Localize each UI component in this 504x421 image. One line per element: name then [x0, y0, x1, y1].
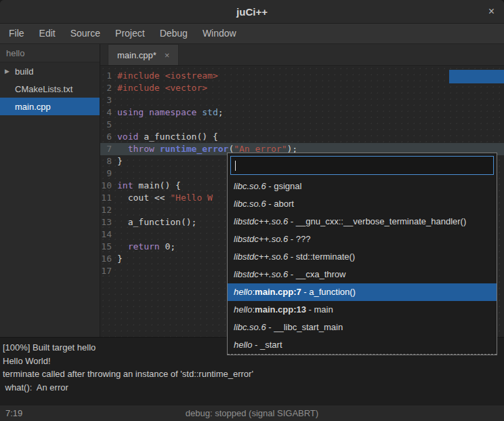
line-number[interactable]: 4 — [100, 106, 112, 119]
tab-close-icon[interactable]: × — [165, 50, 170, 60]
tree-item-label: main.cpp — [15, 102, 51, 112]
code-token: cout << — [117, 193, 170, 203]
file-tree: ▶buildCMakeLists.txtmain.cpp — [0, 62, 100, 115]
backtrace-item[interactable]: hello - _start — [228, 336, 497, 354]
tree-item-build[interactable]: ▶build — [0, 62, 100, 80]
window-close-icon[interactable]: × — [488, 6, 495, 17]
code-text: return 0; — [117, 241, 175, 253]
line-number[interactable]: 3 — [100, 94, 112, 106]
menu-item-debug[interactable]: Debug — [152, 24, 195, 43]
tree-item-cmakelists-txt[interactable]: CMakeLists.txt — [0, 80, 100, 98]
frame-location: libstdc++.so.6 — [234, 252, 288, 262]
code-token: a_function(); — [117, 217, 196, 227]
line-number[interactable]: 14 — [100, 228, 112, 241]
frame-name: - __libc_start_main — [266, 322, 343, 332]
code-token: a_function() { — [138, 132, 217, 142]
backtrace-item[interactable]: libc.so.6 - gsignal — [228, 178, 497, 195]
frame-file: main.cpp:13 — [255, 304, 306, 315]
frame-name: - __gnu_cxx::__verbose_terminate_handler… — [288, 216, 466, 226]
line-number[interactable]: 13 — [100, 216, 112, 228]
code-text: using namespace std; — [117, 106, 224, 119]
code-text: cout << "Hello W — [117, 192, 213, 204]
frame-name: - a_function() — [301, 287, 356, 297]
frame-file: main.cpp:7 — [255, 287, 301, 297]
backtrace-item[interactable]: libstdc++.so.6 - ??? — [228, 230, 497, 248]
backtrace-item[interactable]: libc.so.6 - __libc_start_main — [228, 319, 497, 336]
vertical-scrollbar-handle[interactable] — [449, 70, 504, 83]
backtrace-popup: libc.so.6 - gsignallibc.so.6 - abortlibs… — [227, 153, 497, 355]
expander-icon[interactable]: ▶ — [5, 68, 15, 75]
code-token: } — [117, 156, 123, 166]
status-bar: 7:19 debug: stopped (signal SIGABRT) — [0, 405, 504, 421]
code-token: "Hello W — [170, 193, 213, 203]
backtrace-item[interactable]: hello:main.cpp:13 - main — [228, 301, 497, 319]
code-token: main() { — [133, 180, 180, 191]
line-number[interactable]: 16 — [100, 253, 112, 265]
code-line-1[interactable]: 1#include <iostream> — [100, 70, 504, 82]
code-text: } — [117, 155, 123, 167]
code-token: runtime_error — [160, 144, 229, 154]
code-text: a_function(); — [117, 216, 196, 228]
frame-location: hello — [234, 340, 252, 350]
frame-location: hello — [234, 304, 252, 315]
code-line-4[interactable]: 4using namespace std; — [100, 106, 504, 119]
line-number[interactable]: 7 — [100, 143, 112, 155]
frame-location: libstdc++.so.6 — [234, 269, 288, 279]
menu-item-window[interactable]: Window — [195, 24, 244, 43]
code-token: } — [117, 254, 123, 264]
menu-item-project[interactable]: Project — [108, 24, 152, 43]
code-token: #include <iostream> — [117, 71, 218, 81]
code-token: #include <vector> — [117, 83, 207, 93]
backtrace-item[interactable]: hello:main.cpp:7 - a_function() — [228, 283, 497, 301]
code-line-6[interactable]: 6void a_function() { — [100, 131, 504, 143]
line-number[interactable]: 9 — [100, 167, 112, 180]
frame-name: - _start — [252, 340, 282, 350]
line-number[interactable]: 11 — [100, 192, 112, 204]
line-number[interactable]: 5 — [100, 119, 112, 131]
output-line: Hello World! — [3, 355, 501, 368]
code-line-3[interactable]: 3 — [100, 94, 504, 106]
line-number[interactable]: 10 — [100, 180, 112, 192]
tab-main-cpp[interactable]: main.cpp* × — [108, 44, 179, 65]
frame-location: libstdc++.so.6 — [234, 216, 288, 226]
backtrace-item[interactable]: libstdc++.so.6 - __cxa_throw — [228, 266, 497, 283]
line-number[interactable]: 17 — [100, 265, 112, 277]
output-line: terminate called after throwing an insta… — [3, 367, 501, 381]
line-number[interactable]: 8 — [100, 155, 112, 167]
code-text: #include <iostream> — [117, 70, 218, 82]
backtrace-item[interactable]: libstdc++.so.6 - std::terminate() — [228, 248, 497, 266]
output-line: what(): An error — [3, 381, 501, 395]
code-token: return — [128, 241, 160, 252]
code-token: ; — [170, 241, 175, 252]
frame-location: libc.so.6 — [234, 199, 266, 209]
code-text: void a_function() { — [117, 131, 218, 143]
frame-name: - __cxa_throw — [288, 269, 345, 279]
menu-item-edit[interactable]: Edit — [32, 24, 63, 43]
backtrace-item[interactable]: libstdc++.so.6 - __gnu_cxx::__verbose_te… — [228, 213, 497, 230]
tree-item-main-cpp[interactable]: main.cpp — [0, 98, 100, 115]
code-line-5[interactable]: 5 — [100, 119, 504, 131]
tab-bar: main.cpp* × — [100, 44, 504, 66]
line-number[interactable]: 15 — [100, 241, 112, 253]
backtrace-search-input[interactable] — [230, 156, 494, 175]
line-number[interactable]: 2 — [100, 82, 112, 94]
tree-item-label: build — [15, 66, 33, 77]
window-titlebar[interactable]: juCi++ × — [0, 0, 504, 24]
line-number[interactable]: 6 — [100, 131, 112, 143]
code-token: int — [117, 180, 133, 191]
line-number[interactable]: 12 — [100, 204, 112, 216]
code-text: int main() { — [117, 180, 181, 192]
app-window: juCi++ × FileEditSourceProjectDebugWindo… — [0, 0, 504, 421]
debug-status: debug: stopped (signal SIGABRT) — [0, 408, 504, 418]
code-line-2[interactable]: 2#include <vector> — [100, 82, 504, 94]
menu-item-file[interactable]: File — [1, 24, 32, 43]
code-token: throw — [128, 144, 154, 154]
line-number[interactable]: 1 — [100, 70, 112, 82]
window-title: juCi++ — [236, 6, 268, 18]
frame-location: libc.so.6 — [234, 181, 266, 191]
code-token — [117, 144, 128, 154]
menu-item-source[interactable]: Source — [63, 24, 108, 43]
frame-name: - ??? — [288, 234, 310, 244]
backtrace-item[interactable]: libc.so.6 - abort — [228, 195, 497, 213]
code-token — [154, 144, 160, 154]
